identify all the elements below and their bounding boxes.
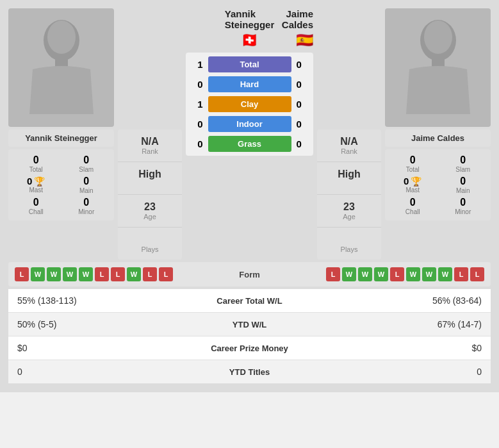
form-badge: W	[342, 267, 356, 281]
right-player-stats: 0 Total 0 Slam 0 🏆 Mast	[385, 149, 491, 220]
surface-clay-row: 1 Clay 0	[186, 96, 313, 112]
right-mast-stat: 0 🏆 Mast	[391, 176, 434, 194]
stats-row: 0YTD Titles0	[8, 360, 491, 384]
form-badge: W	[358, 267, 372, 281]
right-chall-lbl: Chall	[405, 208, 420, 215]
total-btn[interactable]: Total	[208, 56, 291, 72]
right-plays-row: Plays	[317, 228, 381, 260]
left-mast-stat: 0 🏆 Mast	[15, 176, 58, 194]
form-badge: W	[374, 267, 388, 281]
right-total-lbl: Total	[406, 166, 420, 173]
form-badge: W	[406, 267, 420, 281]
total-score-right: 0	[297, 59, 308, 70]
right-side-stats: N/A Rank High 23 Age Plays	[317, 8, 381, 260]
stats-left-val: 50% (5-5)	[17, 319, 192, 329]
page-container: Yannik Steinegger 0 Total 0 Slam 0	[0, 0, 499, 392]
stats-right-val: 56% (83-64)	[307, 295, 482, 306]
left-side-stats: N/A Rank High 23 Age Plays	[118, 8, 182, 260]
surface-indoor-row: 0 Indoor 0	[186, 116, 313, 132]
stats-left-val: $0	[17, 343, 192, 353]
right-stats-card: N/A Rank High 23 Age Plays	[317, 129, 381, 260]
form-badge: L	[390, 267, 404, 281]
left-main-stat: 0 Main	[65, 176, 108, 194]
left-rank-val: N/A	[141, 136, 159, 147]
grass-score-right: 0	[297, 138, 308, 149]
right-minor-val: 0	[460, 197, 466, 208]
right-level-row: High	[317, 162, 381, 195]
svg-rect-1	[55, 58, 68, 67]
left-trophy-icon: 🏆	[34, 176, 45, 187]
right-main-val: 0	[460, 176, 466, 187]
form-badge: W	[422, 267, 436, 281]
left-player-panel: Yannik Steinegger 0 Total 0 Slam 0	[8, 8, 114, 220]
right-age-lbl: Age	[343, 213, 356, 220]
right-main-stat: 0 Main	[442, 176, 485, 194]
left-level-lbl	[149, 180, 151, 188]
left-player-photo	[8, 8, 114, 127]
stats-center-label: Career Prize Money	[192, 344, 307, 353]
right-form-badges: LWWWLWWWLL	[288, 267, 485, 281]
surface-hard-row: 0 Hard 0	[186, 76, 313, 92]
right-player-panel: Jaime Caldes 0 Total 0 Slam 0 🏆	[385, 8, 491, 220]
grass-score-left: 0	[192, 138, 203, 149]
form-badge: W	[63, 267, 77, 281]
clay-btn[interactable]: Clay	[208, 96, 291, 112]
right-plays-val	[348, 234, 350, 245]
form-badge: W	[127, 267, 141, 281]
left-level-row: High	[118, 162, 182, 195]
form-badge: L	[95, 267, 109, 281]
left-minor-stat: 0 Minor	[65, 197, 108, 215]
hard-score-right: 0	[297, 79, 308, 90]
left-main-val: 0	[83, 176, 89, 187]
form-badge: L	[470, 267, 484, 281]
stats-center-label: Career Total W/L	[192, 296, 307, 306]
right-total-stat: 0 Total	[391, 154, 434, 173]
stats-row: $0Career Prize Money$0	[8, 336, 491, 360]
left-player-name-box: Yannik Steinegger	[8, 129, 114, 147]
right-total-val: 0	[410, 154, 416, 166]
right-rank-val: N/A	[340, 136, 358, 147]
left-plays-row: Plays	[118, 228, 182, 260]
right-age-val: 23	[343, 201, 355, 213]
total-score-left: 1	[192, 59, 203, 70]
right-plays-lbl: Plays	[341, 245, 358, 253]
left-main-lbl: Main	[79, 187, 94, 194]
left-plays-val	[149, 234, 151, 245]
left-rank-row: N/A Rank	[118, 129, 182, 162]
left-total-stat: 0 Total	[15, 154, 58, 173]
right-slam-stat: 0 Slam	[442, 154, 485, 173]
left-mast-val: 0	[27, 176, 32, 187]
left-slam-lbl: Slam	[79, 166, 94, 173]
left-player-name: Yannik Steinegger	[11, 133, 111, 143]
right-player-photo	[385, 8, 491, 127]
left-level-val: High	[138, 169, 161, 180]
right-level-lbl	[348, 180, 350, 188]
grass-btn[interactable]: Grass	[208, 136, 291, 152]
indoor-btn[interactable]: Indoor	[208, 116, 291, 132]
surface-grass-row: 0 Grass 0	[186, 136, 313, 152]
stats-right-val: 67% (14-7)	[307, 319, 482, 329]
indoor-score-right: 0	[297, 119, 308, 129]
right-age-row: 23 Age	[317, 195, 381, 228]
right-trophy-icon: 🏆	[411, 176, 421, 187]
right-header-name: Jaime Caldes	[274, 8, 313, 30]
svg-rect-4	[432, 58, 445, 67]
left-age-lbl: Age	[143, 213, 156, 220]
right-mast-lbl: Mast	[405, 187, 420, 194]
left-age-row: 23 Age	[118, 195, 182, 228]
names-row: YannikSteinegger 🇨🇭 Jaime Caldes 🇪🇸	[186, 8, 313, 49]
surfaces-panel: 1 Total 0 0 Hard 0 1 Clay 0	[186, 53, 313, 156]
left-header-name: YannikSteinegger	[225, 8, 275, 30]
svg-point-2	[47, 21, 76, 54]
form-badge: L	[454, 267, 468, 281]
clay-score-left: 1	[192, 99, 203, 110]
form-row: LWWWWLLWLL Form LWWWLWWWLL	[8, 262, 491, 286]
stats-left-val: 55% (138-113)	[17, 295, 192, 306]
right-player-name: Jaime Caldes	[388, 133, 488, 143]
left-name-header: YannikSteinegger 🇨🇭	[225, 8, 275, 49]
left-chall-val: 0	[33, 197, 39, 208]
svg-point-5	[424, 21, 452, 54]
hard-btn[interactable]: Hard	[208, 76, 291, 92]
bottom-stats-table: 55% (138-113)Career Total W/L56% (83-64)…	[8, 289, 491, 384]
hard-score-left: 0	[192, 79, 203, 90]
